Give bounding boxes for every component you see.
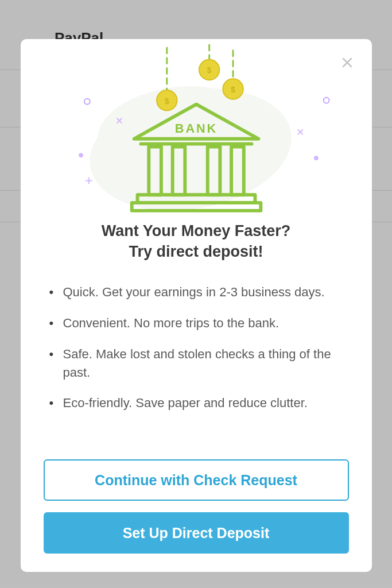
modal-title: Want Your Money Faster? Try direct depos… [44, 220, 349, 262]
svg-point-5 [323, 98, 329, 103]
bank-label-text: BANK [174, 121, 217, 136]
title-line-1: Want Your Money Faster? [102, 222, 291, 239]
svg-text:$: $ [164, 97, 169, 106]
title-line-2: Try direct deposit! [129, 243, 263, 260]
close-icon [340, 56, 354, 69]
continue-check-request-button[interactable]: Continue with Check Request [44, 459, 349, 501]
list-item: Safe. Make lost and stolen checks a thin… [46, 345, 347, 382]
svg-text:$: $ [231, 86, 235, 94]
modal-overlay: $ $ $ [0, 0, 392, 588]
list-item: Convenient. No more trips to the bank. [46, 314, 347, 332]
svg-point-7 [79, 153, 83, 157]
svg-point-4 [84, 99, 90, 105]
svg-text:$: $ [207, 66, 211, 75]
bank-illustration: $ $ $ [44, 44, 349, 216]
list-item: Eco-friendly. Save paper and reduce clut… [46, 394, 347, 412]
svg-point-6 [313, 156, 318, 160]
direct-deposit-modal: $ $ $ [21, 39, 372, 572]
list-item: Quick. Get your earnings in 2-3 business… [46, 283, 347, 301]
benefits-list: Quick. Get your earnings in 2-3 business… [44, 283, 349, 425]
button-group: Continue with Check Request Set Up Direc… [44, 459, 349, 554]
setup-direct-deposit-button[interactable]: Set Up Direct Deposit [44, 512, 349, 554]
close-button[interactable] [339, 54, 356, 71]
